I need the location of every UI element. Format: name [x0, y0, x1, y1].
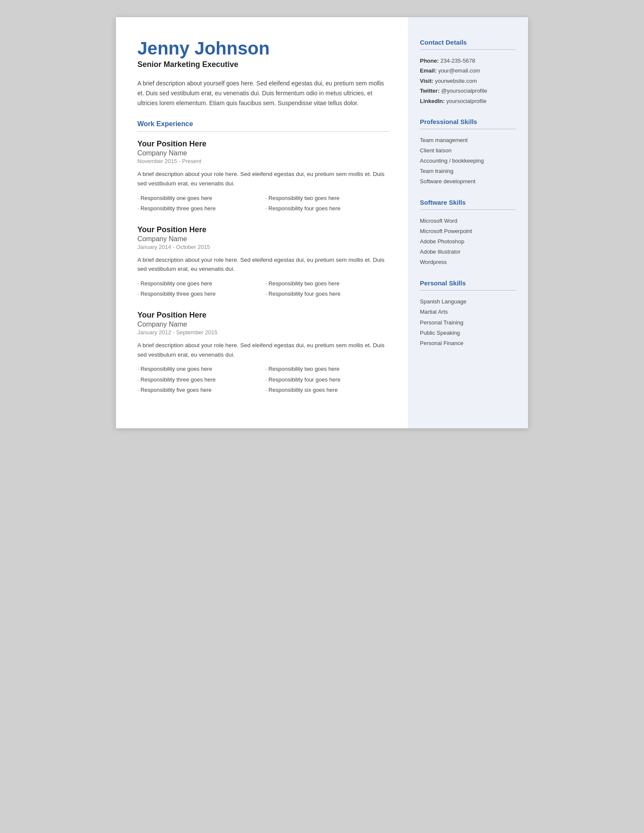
contact-email-label: Email:: [420, 67, 437, 74]
software-skills-section: Software Skills Microsoft Word Microsoft…: [420, 199, 516, 267]
contact-email: Email: your@email.com: [420, 66, 516, 76]
personal-skills-section: Personal Skills Spanish Language Martial…: [420, 279, 516, 348]
soft-skill-4: Wordpress: [420, 257, 516, 267]
contact-details-section: Contact Details Phone: 234-235-5678 Emai…: [420, 39, 516, 106]
software-skills-heading: Software Skills: [420, 199, 516, 206]
prof-skill-3: Team training: [420, 166, 516, 176]
resp-2-0: Responsibility one goes here: [137, 279, 261, 288]
contact-linkedin-label: LinkedIn:: [420, 98, 445, 104]
contact-visit-label: Visit:: [420, 78, 434, 84]
professional-skills-section: Professional Skills Team management Clie…: [420, 118, 516, 187]
prof-skill-4: Software development: [420, 176, 516, 187]
candidate-title: Senior Marketing Executive: [137, 60, 389, 69]
contact-visit-value: yourwebsite.com: [435, 78, 477, 84]
header-section: Jenny Johnson Senior Marketing Executive…: [137, 39, 389, 108]
personal-skills-heading: Personal Skills: [420, 279, 516, 287]
resp-2-2: Responsibility three goes here: [137, 289, 261, 299]
pers-skill-2: Personal Training: [420, 318, 516, 328]
resp-3-0: Responsibility one goes here: [137, 364, 261, 374]
professional-skills-divider: [420, 129, 516, 129]
resume-document: Jenny Johnson Senior Marketing Executive…: [116, 17, 528, 428]
pers-skill-0: Spanish Language: [420, 297, 516, 307]
resp-1-3: Responsibility four goes here: [265, 204, 389, 213]
job-entry-2: Your Position Here Company Name January …: [137, 225, 389, 299]
job-title-2: Your Position Here: [137, 225, 389, 234]
responsibilities-3: Responsibility one goes here Responsibil…: [137, 364, 389, 394]
pers-skill-3: Public Speaking: [420, 328, 516, 338]
candidate-name: Jenny Johnson: [137, 39, 389, 58]
sidebar: Contact Details Phone: 234-235-5678 Emai…: [408, 17, 528, 428]
job-title-3: Your Position Here: [137, 311, 389, 320]
job-company-2: Company Name: [137, 235, 389, 243]
job-entry-1: Your Position Here Company Name November…: [137, 139, 389, 213]
soft-skill-1: Microsoft Powerpoint: [420, 226, 516, 236]
resp-3-2: Responsibility three goes here: [137, 375, 261, 385]
prof-skill-0: Team management: [420, 135, 516, 145]
contact-linkedin-value: yoursocialprofile: [446, 98, 486, 104]
resp-1-2: Responsibility three goes here: [137, 204, 261, 213]
soft-skill-0: Microsoft Word: [420, 216, 516, 226]
software-skills-divider: [420, 209, 516, 210]
work-experience-section: Work Experience Your Position Here Compa…: [137, 120, 389, 394]
resp-3-3: Responsibility four goes here: [265, 375, 389, 385]
soft-skill-3: Adobe Illustrator: [420, 247, 516, 257]
job-dates-3: January 2012 - September 2015: [137, 329, 389, 336]
prof-skill-2: Accounting / bookkeeping: [420, 156, 516, 166]
responsibilities-2: Responsibility one goes here Responsibil…: [137, 279, 389, 299]
work-experience-heading: Work Experience: [137, 120, 389, 128]
responsibilities-1: Responsibility one goes here Responsibil…: [137, 194, 389, 213]
professional-skills-heading: Professional Skills: [420, 118, 516, 125]
resp-3-5: Responsibility six goes here: [265, 385, 389, 395]
prof-skill-1: Client liaison: [420, 145, 516, 156]
job-company-1: Company Name: [137, 149, 389, 157]
pers-skill-1: Martial Arts: [420, 307, 516, 317]
job-entry-3: Your Position Here Company Name January …: [137, 311, 389, 394]
work-experience-divider: [137, 131, 389, 132]
main-column: Jenny Johnson Senior Marketing Executive…: [116, 17, 408, 428]
contact-heading: Contact Details: [420, 39, 516, 46]
resp-2-1: Responsibility two goes here: [265, 279, 389, 288]
resp-2-3: Responsibility four goes here: [265, 289, 389, 299]
contact-email-value: your@email.com: [438, 67, 480, 74]
personal-skills-divider: [420, 290, 516, 291]
contact-linkedin: LinkedIn: yoursocialprofile: [420, 96, 516, 106]
soft-skill-2: Adobe Photoshop: [420, 236, 516, 247]
contact-twitter-value: @yoursocialprofile: [441, 88, 487, 94]
contact-divider: [420, 49, 516, 50]
resp-3-4: Responsibility five goes here: [137, 385, 261, 395]
job-dates-2: January 2014 - October 2015: [137, 244, 389, 250]
contact-visit: Visit: yourwebsite.com: [420, 76, 516, 86]
contact-twitter: Twitter: @yoursocialprofile: [420, 86, 516, 96]
job-title-1: Your Position Here: [137, 139, 389, 148]
resp-1-1: Responsibility two goes here: [265, 194, 389, 203]
job-description-1: A brief description about your role here…: [137, 170, 389, 188]
resp-3-1: Responsibility two goes here: [265, 364, 389, 374]
resp-1-0: Responsibility one goes here: [137, 194, 261, 203]
job-dates-1: November 2015 - Present: [137, 158, 389, 164]
pers-skill-4: Personal Finance: [420, 338, 516, 348]
contact-phone: Phone: 234-235-5678: [420, 56, 516, 66]
job-company-3: Company Name: [137, 321, 389, 328]
contact-twitter-label: Twitter:: [420, 88, 440, 94]
job-description-3: A brief description about your role here…: [137, 341, 389, 359]
contact-phone-label: Phone:: [420, 58, 439, 64]
job-description-2: A brief description about your role here…: [137, 255, 389, 274]
contact-phone-value: 234-235-5678: [440, 58, 475, 64]
summary-text: A brief description about yourself goes …: [137, 79, 389, 108]
